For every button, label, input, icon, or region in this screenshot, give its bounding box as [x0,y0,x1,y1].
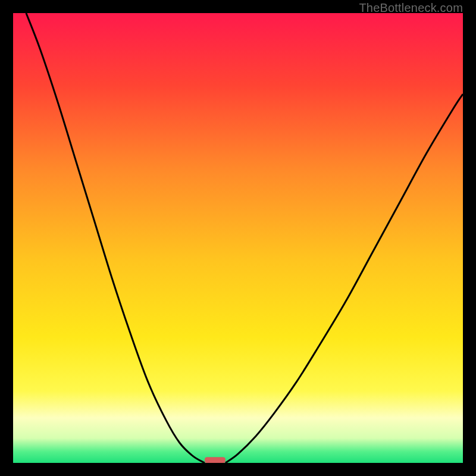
chart-frame [13,13,463,463]
bottleneck-chart [13,13,463,463]
trough-marker [205,457,226,463]
gradient-backdrop [13,13,463,463]
watermark-text: TheBottleneck.com [359,1,463,15]
